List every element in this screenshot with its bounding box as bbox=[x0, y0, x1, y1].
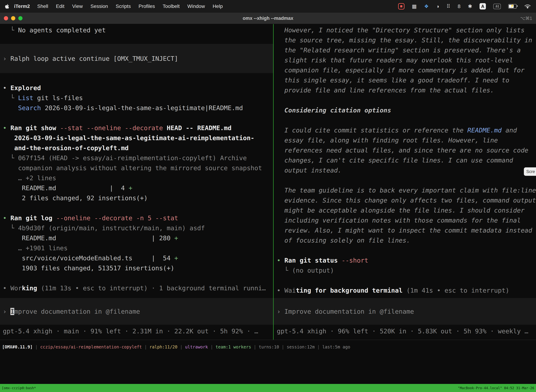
terminal-line: gpt-5.4 xhigh · 96% left · 520K in · 5.8… bbox=[277, 326, 536, 336]
app-grid-icon[interactable]: ⠿ bbox=[446, 4, 450, 9]
omx-status-segment: last:5m ago bbox=[322, 345, 350, 350]
terminal-line: companion file, especially if more comme… bbox=[277, 65, 536, 75]
terminal-line: › Improve documentation in @filename bbox=[277, 307, 414, 317]
terminal-line: › Ralph loop active continue [OMX_TMUX_I… bbox=[3, 54, 178, 64]
terminal-line: review. Also, I might want to inspect th… bbox=[277, 225, 536, 235]
terminal-line: the "Related research writing" section i… bbox=[277, 45, 536, 55]
counter-icon[interactable]: 8 bbox=[458, 4, 460, 9]
terminal-line: The team guideline is to back every impo… bbox=[277, 185, 536, 195]
screen: iTerm2 ShellEditViewSessionScriptsProfil… bbox=[0, 0, 536, 392]
right-context-status: gpt-5.4 xhigh · 96% left · 520K in · 5.8… bbox=[277, 325, 536, 336]
omx-status-segment: ralph:11/20 bbox=[149, 345, 177, 350]
keyboard-grid-icon[interactable]: ▦ bbox=[412, 4, 416, 9]
terminal-line: └ 067f154 (HEAD -> essay/ai-reimplementa… bbox=[3, 153, 273, 163]
terminal-line: I could cite commit statistics or refere… bbox=[277, 125, 536, 135]
terminal-line: essay file, along with finding root file… bbox=[277, 135, 536, 145]
left-prompt-input[interactable]: › Improve documentation in @filename bbox=[0, 298, 273, 325]
wifi-icon[interactable] bbox=[524, 4, 531, 9]
a-app-icon[interactable]: A bbox=[479, 3, 486, 9]
omx-separator: | bbox=[142, 345, 149, 350]
terminal-line bbox=[277, 95, 536, 105]
menu-item-help[interactable]: Help bbox=[213, 4, 223, 9]
battery-charging-icon[interactable]: ⚡ bbox=[508, 4, 517, 9]
left-context-status: gpt-5.4 xhigh · main · 91% left · 2.31M … bbox=[3, 325, 273, 336]
terminal-line: └ 4b9d30f (origin/main, instructkr/main,… bbox=[3, 223, 273, 233]
tmux-session-label: [omx-cczip0:bash* bbox=[2, 386, 36, 390]
menu-status-icons: ▦❖◑⠿8✱A.61⚡ bbox=[398, 3, 531, 9]
window-title-bar: omx --xhigh --madmax ⌥⌘1 bbox=[0, 13, 536, 24]
terminal-line bbox=[277, 175, 536, 185]
right-pane[interactable]: However, I noticed the "Directory Struct… bbox=[274, 24, 536, 340]
terminal-line: └ No agents completed yet bbox=[3, 25, 273, 35]
omx-separator: | bbox=[208, 345, 215, 350]
terminal-line: Search 2026-03-09-is-legal-the-same-as-l… bbox=[3, 103, 273, 113]
terminal-line: slight risk that future readers may over… bbox=[277, 55, 536, 65]
tmux-status-bar: [omx-cczip0:bash* "MacBook-Pro-44.local"… bbox=[0, 384, 536, 392]
terminal-line: └ (no output) bbox=[277, 265, 536, 275]
terminal-line: provide file and line references from th… bbox=[277, 85, 536, 95]
left-pane[interactable]: └ No agents completed yet › Ralph loop a… bbox=[0, 24, 274, 340]
terminal-line: companion analysis without altering the … bbox=[3, 163, 273, 173]
terminal-line: and-the-erosion-of-copyleft.md bbox=[3, 143, 273, 153]
right-prompt-input[interactable]: › Improve documentation in @filename bbox=[274, 298, 536, 325]
menu-item-toolbelt[interactable]: Toolbelt bbox=[163, 4, 180, 9]
asterisk-app-icon[interactable]: ✱ bbox=[468, 4, 472, 9]
menu-app-name[interactable]: iTerm2 bbox=[14, 4, 30, 9]
omx-status-segment: turns:10 bbox=[259, 345, 279, 350]
terminal-line: README.md | 4 + bbox=[3, 183, 273, 193]
menu-item-edit[interactable]: Edit bbox=[56, 4, 64, 9]
window-shortcut: ⌥⌘1 bbox=[520, 16, 532, 21]
menu-item-profiles[interactable]: Profiles bbox=[139, 4, 155, 9]
ralph-loop-banner: › Ralph loop active continue [OMX_TMUX_I… bbox=[0, 44, 273, 73]
window-title: omx --xhigh --madmax bbox=[0, 16, 536, 21]
left-prompt-line: › Improve documentation in @filename bbox=[3, 307, 140, 317]
omx-status-segment: team:1 workers bbox=[215, 345, 251, 350]
terminal-line: Considering citation options bbox=[277, 105, 536, 115]
omx-status-segment: cczip/essay/ai-reimplementation-copyleft bbox=[40, 345, 142, 350]
omx-separator: | bbox=[251, 345, 259, 350]
terminal-line bbox=[3, 203, 273, 213]
battery-percent-badge[interactable]: .61 bbox=[493, 4, 501, 9]
terminal-line bbox=[3, 273, 273, 283]
omx-status-bar: [OMX#0.11.9] | cczip/essay/ai-reimplemen… bbox=[0, 340, 536, 384]
terminal-line: might be acceptable alongside the file l… bbox=[277, 205, 536, 215]
terminal-line: references need actual files, and since … bbox=[277, 145, 536, 155]
menu-item-shell[interactable]: Shell bbox=[37, 4, 48, 9]
blue-app-icon[interactable]: ❖ bbox=[424, 4, 429, 9]
left-pane-bottom: › Improve documentation in @filename gpt… bbox=[3, 298, 273, 336]
menu-item-window[interactable]: Window bbox=[187, 4, 205, 9]
screen-edge-tooltip[interactable]: Scre bbox=[524, 167, 536, 176]
terminal-line: • Working (11m 13s • esc to interrupt) ·… bbox=[3, 283, 273, 293]
terminal-line: • Ran git log --oneline --decorate -n 5 … bbox=[3, 213, 273, 223]
menu-item-session[interactable]: Session bbox=[90, 4, 108, 9]
terminal-line: └ List git ls-files bbox=[3, 93, 273, 103]
right-pane-bottom: › Improve documentation in @filename gpt… bbox=[277, 298, 536, 336]
screen-recording-indicator[interactable] bbox=[398, 3, 404, 9]
terminal-line: › Improve documentation in @filename bbox=[3, 307, 140, 317]
apple-menu[interactable] bbox=[5, 4, 9, 9]
terminal-line bbox=[277, 275, 536, 285]
menu-item-scripts[interactable]: Scripts bbox=[116, 4, 131, 9]
omx-separator: | bbox=[33, 345, 40, 350]
tmux-host-clock: "MacBook-Pro-44.local" 04:52 31-Mar-26 bbox=[458, 386, 534, 390]
terminal-line: gpt-5.4 xhigh · main · 91% left · 2.31M … bbox=[3, 326, 273, 336]
terminal-line bbox=[277, 115, 536, 125]
omx-separator: | bbox=[315, 345, 322, 350]
menu-item-view[interactable]: View bbox=[72, 4, 83, 9]
terminal-line: 1903 files changed, 513517 insertions(+) bbox=[3, 263, 273, 273]
terminal-line: evidence. Since this change only affects… bbox=[277, 195, 536, 205]
omx-separator: | bbox=[177, 345, 185, 350]
left-pane-lines: • Explored └ List git ls-files Search 20… bbox=[3, 83, 273, 293]
terminal-line: However, I noticed the "Directory Struct… bbox=[277, 25, 536, 35]
omx-status-segment: [OMX#0.11.9] bbox=[2, 345, 33, 350]
omx-status-segment: ultrawork bbox=[185, 345, 208, 350]
left-pane-top-lines: └ No agents completed yet bbox=[3, 25, 273, 35]
right-pane-lines: However, I noticed the "Directory Struct… bbox=[277, 25, 536, 295]
terminal-line: changes, I can't cite specific file line… bbox=[277, 155, 536, 165]
round-app-icon[interactable]: ◑ bbox=[436, 4, 439, 9]
omx-status-segment: session:12m bbox=[287, 345, 315, 350]
terminal-line: the source tree, missing the essay. Stil… bbox=[277, 35, 536, 45]
terminal-line: this single essay, it seems like a good … bbox=[277, 75, 536, 85]
apple-icon bbox=[5, 4, 9, 9]
ralph-loop-banner-line: › Ralph loop active continue [OMX_TMUX_I… bbox=[3, 54, 178, 64]
